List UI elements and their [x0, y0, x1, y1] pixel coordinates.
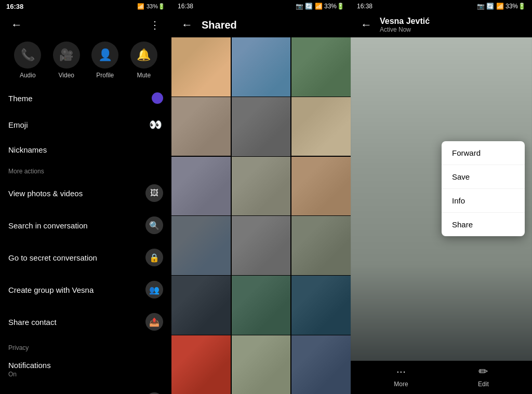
profile-action[interactable]: 👤 Profile: [91, 42, 118, 79]
contact-name: Vesna Jevtić: [380, 17, 525, 26]
photo-cell-8[interactable]: [232, 157, 291, 216]
cam-icon-right: 📷 🔄: [477, 3, 494, 10]
photo-cell-2[interactable]: [232, 37, 291, 97]
emoji-display: 👀: [149, 118, 163, 131]
back-button-right[interactable]: ←: [358, 17, 375, 33]
create-group-item[interactable]: Create group with Vesna 👥: [0, 274, 171, 306]
notifications-left: Notifications On: [8, 361, 51, 378]
battery-right: 📶 33%🔋: [496, 3, 526, 10]
more-icon: ···: [396, 365, 406, 378]
more-actions-section: More actions: [0, 161, 171, 177]
notification-icon-middle: 📷 🔄: [296, 3, 313, 10]
wifi-icon: 📶: [137, 3, 144, 10]
more-options-button[interactable]: ⋮: [147, 17, 163, 33]
edit-action[interactable]: ✏ Edit: [478, 365, 489, 388]
audio-icon: 📞: [14, 42, 41, 69]
panel-middle: 16:38 📷 🔄 📶 33%🔋 ← Shared: [171, 0, 351, 394]
panel-left-header: ← ⋮: [0, 12, 171, 37]
photo-cell-4[interactable]: [171, 97, 231, 156]
panel-middle-header: ← Shared: [171, 12, 351, 37]
video-action[interactable]: 🎥 Video: [53, 42, 80, 79]
audio-action[interactable]: 📞 Audio: [14, 42, 41, 79]
theme-item[interactable]: Theme: [0, 85, 171, 111]
search-conv-item[interactable]: Search in conversation 🔍: [0, 209, 171, 241]
photo-cell-17[interactable]: [232, 335, 291, 394]
context-share[interactable]: Share: [442, 213, 525, 236]
photo-cell-10[interactable]: [171, 216, 231, 275]
panel-left: 16:38 📶 33%🔋 ← ⋮ 📞 Audio 🎥 Video 👤 Profi…: [0, 0, 171, 394]
emoji-title: Emoji: [8, 120, 28, 129]
photo-cell-1[interactable]: [171, 37, 231, 97]
mute-label: Mute: [137, 72, 151, 79]
photo-cell-9[interactable]: [291, 157, 351, 216]
mute-action[interactable]: 🔔 Mute: [130, 42, 157, 79]
status-bar-left: 16:38 📶 33%🔋: [0, 0, 171, 12]
more-action[interactable]: ··· More: [394, 365, 408, 388]
notifications-sub: On: [8, 371, 51, 378]
back-button[interactable]: ←: [8, 17, 25, 33]
context-forward[interactable]: Forward: [442, 141, 525, 165]
contact-info: Vesna Jevtić Active Now: [380, 17, 525, 33]
view-photos-icon: 🖼: [145, 184, 163, 202]
photo-cell-12[interactable]: [291, 216, 351, 275]
view-photos-item[interactable]: View photos & videos 🖼: [0, 177, 171, 209]
share-contact-item[interactable]: Share contact 📤: [0, 306, 171, 338]
notifications-title: Notifications: [8, 361, 51, 370]
back-button-middle[interactable]: ←: [179, 17, 195, 33]
context-menu: Forward Save Info Share: [442, 141, 525, 236]
photo-cell-14[interactable]: [232, 276, 291, 335]
chat-bottom-bar: ··· More ✏ Edit: [351, 361, 532, 394]
share-contact-title: Share contact: [8, 318, 57, 327]
photo-cell-5[interactable]: [232, 97, 291, 156]
profile-icon: 👤: [91, 42, 118, 69]
photo-cell-7[interactable]: [171, 157, 231, 216]
more-label: More: [394, 381, 408, 388]
photo-cell-15[interactable]: [291, 276, 351, 335]
edit-icon: ✏: [478, 365, 488, 378]
chat-body: Forward Save Info Share: [351, 37, 532, 361]
panel-right-header: ← Vesna Jevtić Active Now: [351, 12, 532, 37]
photo-cell-16[interactable]: [171, 335, 231, 394]
context-save[interactable]: Save: [442, 165, 525, 189]
photo-cell-18[interactable]: [291, 335, 351, 394]
search-conv-icon: 🔍: [145, 216, 163, 234]
signal-icon: 33%🔋: [147, 3, 165, 10]
audio-label: Audio: [20, 72, 36, 79]
status-bar-middle: 16:38 📷 🔄 📶 33%🔋: [171, 0, 351, 12]
time-middle: 16:38: [178, 3, 193, 10]
notifications-item[interactable]: Notifications On: [0, 354, 171, 385]
create-group-title: Create group with Vesna: [8, 286, 94, 294]
panel-right: 16:38 📷 🔄 📶 33%🔋 ← Vesna Jevtić Active N…: [351, 0, 532, 394]
status-icons-left: 📶 33%🔋: [137, 3, 165, 10]
theme-title: Theme: [8, 94, 33, 103]
edit-label: Edit: [478, 381, 489, 388]
photo-grid: [171, 37, 351, 394]
view-photos-title: View photos & videos: [8, 189, 83, 198]
status-icons-middle: 📷 🔄 📶 33%🔋: [296, 3, 344, 10]
lock-icon: 🔒: [145, 249, 163, 266]
photo-cell-13[interactable]: [171, 276, 231, 335]
photo-cell-6[interactable]: [291, 97, 351, 156]
secret-conv-title: Go to secret conversation: [8, 253, 97, 262]
status-bar-right: 16:38 📷 🔄 📶 33%🔋: [351, 0, 532, 12]
action-icons-row: 📞 Audio 🎥 Video 👤 Profile 🔔 Mute: [0, 37, 171, 85]
emoji-item[interactable]: Emoji 👀: [0, 111, 171, 138]
contact-status: Active Now: [380, 26, 525, 33]
context-info[interactable]: Info: [442, 189, 525, 213]
shared-title: Shared: [202, 19, 237, 31]
vanish-mode-item[interactable]: Vanish mode Off 👁: [0, 385, 171, 394]
theme-color-dot: [152, 92, 163, 104]
menu-list: Theme Emoji 👀 Nicknames More actions Vie…: [0, 85, 171, 394]
mute-icon: 🔔: [130, 42, 157, 69]
status-icons-right: 📷 🔄 📶 33%🔋: [477, 3, 526, 10]
photo-cell-3[interactable]: [291, 37, 351, 97]
photo-cell-11[interactable]: [232, 216, 291, 275]
nicknames-title: Nicknames: [8, 145, 47, 154]
profile-label: Profile: [96, 72, 114, 79]
nicknames-item[interactable]: Nicknames: [0, 138, 171, 161]
video-label: Video: [59, 72, 74, 79]
group-icon: 👥: [145, 281, 163, 298]
search-conv-title: Search in conversation: [8, 221, 88, 230]
secret-conv-item[interactable]: Go to secret conversation 🔒: [0, 241, 171, 274]
privacy-section: Privacy: [0, 338, 171, 354]
